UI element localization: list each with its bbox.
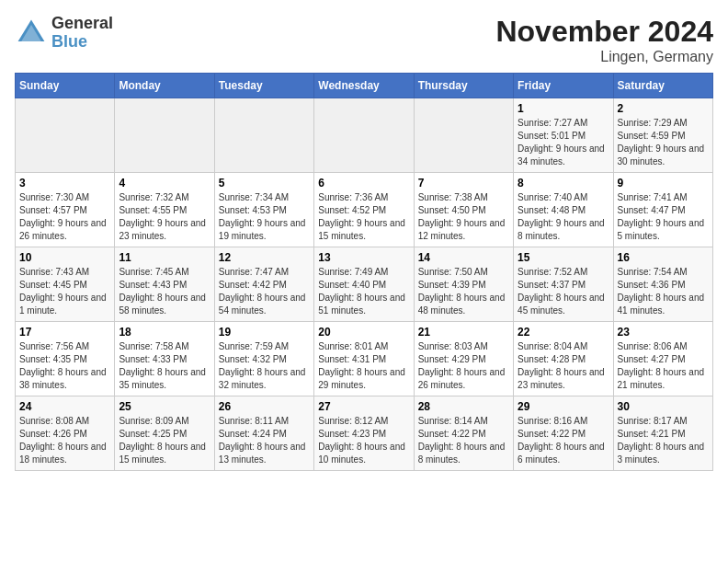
calendar-day: 18Sunrise: 7:58 AMSunset: 4:33 PMDayligh… <box>115 322 214 396</box>
week-row-5: 24Sunrise: 8:08 AMSunset: 4:26 PMDayligh… <box>16 396 713 471</box>
calendar-table: SundayMondayTuesdayWednesdayThursdayFrid… <box>15 73 713 471</box>
day-info: Sunrise: 8:01 AMSunset: 4:31 PMDaylight:… <box>318 340 409 392</box>
day-number: 13 <box>318 251 409 264</box>
calendar-day: 25Sunrise: 8:09 AMSunset: 4:25 PMDayligh… <box>115 396 214 471</box>
day-number: 21 <box>418 326 509 339</box>
day-info: Sunrise: 8:08 AMSunset: 4:26 PMDaylight:… <box>19 415 110 466</box>
day-info: Sunrise: 8:06 AMSunset: 4:27 PMDaylight:… <box>618 340 709 392</box>
calendar-day: 19Sunrise: 7:59 AMSunset: 4:32 PMDayligh… <box>214 322 313 396</box>
column-header-monday: Monday <box>115 74 214 98</box>
column-header-tuesday: Tuesday <box>214 74 313 98</box>
calendar-day <box>214 98 313 173</box>
day-info: Sunrise: 8:16 AMSunset: 4:22 PMDaylight:… <box>518 415 609 466</box>
day-number: 7 <box>418 177 509 190</box>
calendar-day: 1Sunrise: 7:27 AMSunset: 5:01 PMDaylight… <box>514 98 613 173</box>
day-info: Sunrise: 8:14 AMSunset: 4:22 PMDaylight:… <box>418 415 509 466</box>
day-number: 1 <box>518 102 609 115</box>
day-info: Sunrise: 7:27 AMSunset: 5:01 PMDaylight:… <box>518 117 609 168</box>
day-info: Sunrise: 7:34 AMSunset: 4:53 PMDaylight:… <box>219 191 310 243</box>
calendar-day: 3Sunrise: 7:30 AMSunset: 4:57 PMDaylight… <box>16 173 115 247</box>
day-info: Sunrise: 7:49 AMSunset: 4:40 PMDaylight:… <box>318 266 409 317</box>
day-info: Sunrise: 7:40 AMSunset: 4:48 PMDaylight:… <box>518 191 609 243</box>
day-number: 15 <box>518 251 609 264</box>
day-number: 2 <box>618 102 709 115</box>
day-number: 4 <box>119 177 210 190</box>
calendar-day <box>115 98 214 173</box>
day-info: Sunrise: 7:50 AMSunset: 4:39 PMDaylight:… <box>418 266 509 317</box>
calendar-day: 24Sunrise: 8:08 AMSunset: 4:26 PMDayligh… <box>16 396 115 471</box>
day-number: 9 <box>618 177 709 190</box>
day-number: 11 <box>119 251 210 264</box>
day-info: Sunrise: 7:41 AMSunset: 4:47 PMDaylight:… <box>618 191 709 243</box>
day-number: 16 <box>618 251 709 264</box>
day-number: 17 <box>19 326 110 339</box>
day-number: 23 <box>618 326 709 339</box>
day-info: Sunrise: 7:30 AMSunset: 4:57 PMDaylight:… <box>19 191 110 243</box>
calendar-day: 5Sunrise: 7:34 AMSunset: 4:53 PMDaylight… <box>214 173 313 247</box>
logo-icon <box>15 17 48 50</box>
logo-text: General Blue <box>51 15 113 52</box>
day-number: 24 <box>19 400 110 413</box>
day-info: Sunrise: 7:43 AMSunset: 4:45 PMDaylight:… <box>19 266 110 317</box>
calendar-day: 20Sunrise: 8:01 AMSunset: 4:31 PMDayligh… <box>314 322 414 396</box>
week-row-2: 3Sunrise: 7:30 AMSunset: 4:57 PMDaylight… <box>16 173 713 247</box>
day-info: Sunrise: 7:52 AMSunset: 4:37 PMDaylight:… <box>518 266 609 317</box>
calendar-day: 7Sunrise: 7:38 AMSunset: 4:50 PMDaylight… <box>414 173 513 247</box>
calendar-day <box>16 98 115 173</box>
title-block: November 2024 Lingen, Germany <box>495 15 713 65</box>
calendar-body: 1Sunrise: 7:27 AMSunset: 5:01 PMDaylight… <box>16 98 713 471</box>
day-number: 28 <box>418 400 509 413</box>
day-number: 30 <box>618 400 709 413</box>
calendar-day: 16Sunrise: 7:54 AMSunset: 4:36 PMDayligh… <box>613 247 712 322</box>
calendar-day: 21Sunrise: 8:03 AMSunset: 4:29 PMDayligh… <box>414 322 513 396</box>
day-number: 10 <box>19 251 110 264</box>
calendar-day: 4Sunrise: 7:32 AMSunset: 4:55 PMDaylight… <box>115 173 214 247</box>
column-header-sunday: Sunday <box>16 74 115 98</box>
calendar-day: 30Sunrise: 8:17 AMSunset: 4:21 PMDayligh… <box>613 396 712 471</box>
day-number: 26 <box>219 400 310 413</box>
day-info: Sunrise: 7:54 AMSunset: 4:36 PMDaylight:… <box>618 266 709 317</box>
day-number: 6 <box>318 177 409 190</box>
day-info: Sunrise: 7:32 AMSunset: 4:55 PMDaylight:… <box>119 191 210 243</box>
week-row-1: 1Sunrise: 7:27 AMSunset: 5:01 PMDaylight… <box>16 98 713 173</box>
calendar-day: 29Sunrise: 8:16 AMSunset: 4:22 PMDayligh… <box>514 396 613 471</box>
column-header-friday: Friday <box>514 74 613 98</box>
day-info: Sunrise: 8:09 AMSunset: 4:25 PMDaylight:… <box>119 415 210 466</box>
day-info: Sunrise: 7:45 AMSunset: 4:43 PMDaylight:… <box>119 266 210 317</box>
day-number: 5 <box>219 177 310 190</box>
logo-blue: Blue <box>51 33 113 52</box>
day-info: Sunrise: 7:47 AMSunset: 4:42 PMDaylight:… <box>219 266 310 317</box>
calendar-day: 13Sunrise: 7:49 AMSunset: 4:40 PMDayligh… <box>314 247 414 322</box>
column-header-saturday: Saturday <box>613 74 712 98</box>
calendar-day: 23Sunrise: 8:06 AMSunset: 4:27 PMDayligh… <box>613 322 712 396</box>
calendar-day <box>314 98 414 173</box>
calendar-day <box>414 98 513 173</box>
calendar-day: 17Sunrise: 7:56 AMSunset: 4:35 PMDayligh… <box>16 322 115 396</box>
day-number: 3 <box>19 177 110 190</box>
day-number: 22 <box>518 326 609 339</box>
day-number: 12 <box>219 251 310 264</box>
week-row-3: 10Sunrise: 7:43 AMSunset: 4:45 PMDayligh… <box>16 247 713 322</box>
day-info: Sunrise: 7:56 AMSunset: 4:35 PMDaylight:… <box>19 340 110 392</box>
calendar-day: 10Sunrise: 7:43 AMSunset: 4:45 PMDayligh… <box>16 247 115 322</box>
calendar-day: 22Sunrise: 8:04 AMSunset: 4:28 PMDayligh… <box>514 322 613 396</box>
calendar-day: 12Sunrise: 7:47 AMSunset: 4:42 PMDayligh… <box>214 247 313 322</box>
logo: General Blue <box>15 15 113 52</box>
day-info: Sunrise: 7:58 AMSunset: 4:33 PMDaylight:… <box>119 340 210 392</box>
calendar-day: 6Sunrise: 7:36 AMSunset: 4:52 PMDaylight… <box>314 173 414 247</box>
day-number: 14 <box>418 251 509 264</box>
calendar-day: 14Sunrise: 7:50 AMSunset: 4:39 PMDayligh… <box>414 247 513 322</box>
calendar-day: 11Sunrise: 7:45 AMSunset: 4:43 PMDayligh… <box>115 247 214 322</box>
day-info: Sunrise: 7:38 AMSunset: 4:50 PMDaylight:… <box>418 191 509 243</box>
calendar-day: 26Sunrise: 8:11 AMSunset: 4:24 PMDayligh… <box>214 396 313 471</box>
day-info: Sunrise: 7:29 AMSunset: 4:59 PMDaylight:… <box>618 117 709 168</box>
day-info: Sunrise: 7:59 AMSunset: 4:32 PMDaylight:… <box>219 340 310 392</box>
day-info: Sunrise: 7:36 AMSunset: 4:52 PMDaylight:… <box>318 191 409 243</box>
day-number: 18 <box>119 326 210 339</box>
week-row-4: 17Sunrise: 7:56 AMSunset: 4:35 PMDayligh… <box>16 322 713 396</box>
column-header-thursday: Thursday <box>414 74 513 98</box>
logo-general: General <box>51 15 113 33</box>
day-number: 25 <box>119 400 210 413</box>
page-title: November 2024 <box>495 15 713 49</box>
calendar-day: 9Sunrise: 7:41 AMSunset: 4:47 PMDaylight… <box>613 173 712 247</box>
